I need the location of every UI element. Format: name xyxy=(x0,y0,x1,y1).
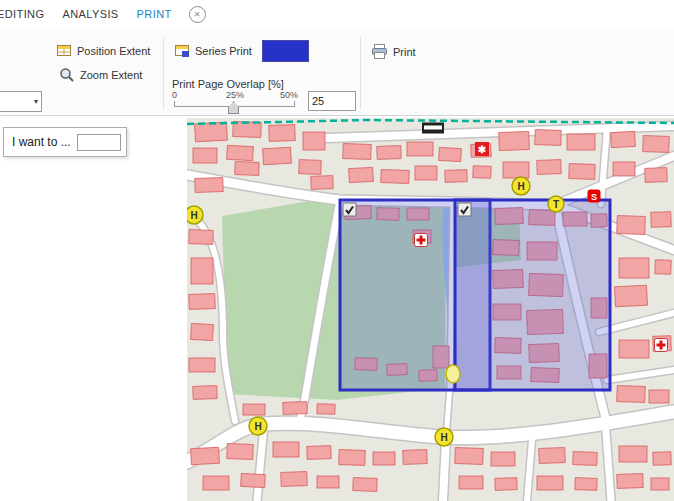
position-extent-label: Position Extent xyxy=(77,45,150,57)
tab-bar: EDITING ANALYSIS PRINT ✕ xyxy=(0,0,674,30)
svg-text:S: S xyxy=(591,192,597,202)
series-print-color-swatch[interactable] xyxy=(262,40,309,62)
tab-print[interactable]: PRINT xyxy=(128,0,181,29)
asterisk-badge-icon: ✱ xyxy=(475,142,489,156)
print-button[interactable]: Print xyxy=(368,41,419,62)
ribbon-dropdown[interactable]: ▾ xyxy=(0,91,42,112)
svg-text:H: H xyxy=(440,432,447,443)
series-print-button[interactable]: Series Print xyxy=(171,41,255,61)
overlap-group-label: Print Page Overlap [%] xyxy=(172,78,284,90)
transit-stop-marker: H xyxy=(249,417,267,435)
position-extent-icon xyxy=(56,43,72,59)
print-label: Print xyxy=(393,46,416,58)
series-print-icon xyxy=(174,43,190,59)
s-logo-icon: S xyxy=(588,190,601,203)
transit-stop-marker: T xyxy=(548,196,564,212)
ribbon-separator xyxy=(163,37,164,109)
series-print-label: Series Print xyxy=(195,45,252,57)
ribbon: Position Extent Zoom Extent Series Print… xyxy=(0,29,674,116)
zoom-extent-label: Zoom Extent xyxy=(80,69,142,81)
slider-tick-0: 0 xyxy=(172,90,177,100)
i-want-to-input[interactable] xyxy=(77,134,121,151)
app-window: EDITING ANALYSIS PRINT ✕ Position Extent… xyxy=(0,0,674,501)
transit-stop-marker: H xyxy=(512,177,530,195)
transit-stop-marker: H xyxy=(435,428,453,446)
svg-text:H: H xyxy=(254,421,261,432)
hotel-sign-icon xyxy=(422,123,444,134)
tab-editing[interactable]: EDITING xyxy=(0,0,53,29)
print-page-checkbox[interactable] xyxy=(343,203,356,216)
slider-tick-25: 25% xyxy=(226,90,244,100)
print-page-checkbox[interactable] xyxy=(458,203,471,216)
svg-text:H: H xyxy=(517,181,524,192)
ribbon-separator xyxy=(360,37,361,109)
svg-text:✱: ✱ xyxy=(478,144,487,155)
i-want-to-label: I want to ... xyxy=(12,135,71,149)
slider-tick-50: 50% xyxy=(280,90,298,100)
i-want-to-box: I want to ... xyxy=(3,127,127,157)
overlap-input[interactable] xyxy=(308,91,356,111)
map-viewport: ✱SHHTHH xyxy=(187,118,674,501)
transit-stop-marker: H xyxy=(187,206,203,224)
close-tab-icon[interactable]: ✕ xyxy=(189,6,206,23)
slider-thumb[interactable] xyxy=(228,102,239,114)
close-x-glyph: ✕ xyxy=(194,10,201,19)
overlap-slider: 0 25% 50% xyxy=(172,90,298,116)
hospital-cross-icon xyxy=(415,234,428,247)
svg-text:T: T xyxy=(553,199,559,210)
chevron-down-icon: ▾ xyxy=(34,97,38,106)
map-canvas[interactable]: ✱SHHTHH xyxy=(187,118,674,501)
magnifier-icon xyxy=(59,67,75,83)
svg-text:H: H xyxy=(190,210,197,221)
printer-icon xyxy=(371,43,388,60)
position-extent-button[interactable]: Position Extent xyxy=(53,41,153,61)
tab-analysis[interactable]: ANALYSIS xyxy=(53,0,127,29)
hospital-cross-icon xyxy=(655,339,668,352)
print-page-extent[interactable] xyxy=(455,200,610,390)
zoom-extent-button[interactable]: Zoom Extent xyxy=(56,65,145,85)
